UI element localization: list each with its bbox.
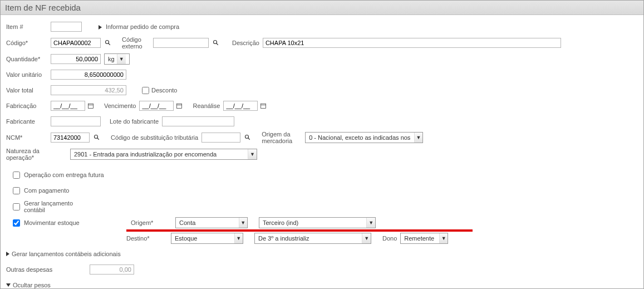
label-destino: Destino* [126,235,171,242]
label-codigo-externo: Código externo [122,36,150,50]
codigo-input[interactable] [51,38,101,48]
chevron-down-icon: ▼ [117,54,126,64]
unidade-value: kg [108,56,115,62]
gerar-lancamento-checkbox[interactable] [13,203,20,210]
label-ncm: NCM* [6,134,51,141]
label-gerar-lanc-adic: Gerar lançamentos contábeis adicionais [12,251,121,257]
natureza-operacao-value: 2901 - Entrada para industrialização por… [74,151,245,158]
origem2-value: Terceiro (ind) [263,219,364,226]
svg-line-1 [109,43,110,45]
label-com-pagamento: Com pagamento [24,187,69,194]
informar-pedido-label: Informar pedido de compra [106,23,179,30]
destino2-value: De 3º a industrializ [258,235,360,242]
chevron-down-icon: ▼ [248,149,257,159]
label-descricao: Descrição [232,40,259,46]
fabricacao-input[interactable] [51,101,85,111]
label-fabricacao: Fabricação [6,102,51,109]
label-lote-fabricante: Lote do fabricante [110,118,159,125]
chevron-down-icon: ▼ [414,133,423,143]
label-fabricante: Fabricante [6,118,51,125]
svg-line-13 [248,138,250,140]
search-codigo-icon[interactable] [103,38,113,48]
label-entrega-futura: Operação com entrega futura [24,172,104,178]
dono-select[interactable]: Remetente ▼ [400,233,448,244]
chevron-down-icon: ▼ [234,233,243,243]
svg-point-10 [95,135,98,139]
chevron-right-icon [99,25,102,30]
label-vencimento: Vencimento [104,102,136,109]
dono-value: Remetente [404,235,437,242]
movimentar-estoque-checkbox[interactable] [13,219,20,227]
svg-rect-4 [89,104,94,108]
valor-unitario-input[interactable] [51,70,126,80]
label-item: Item # [6,23,51,30]
origem-mercadoria-value: 0 - Nacional, exceto as indicadas nos [309,134,411,141]
calendar-vencimento-icon[interactable] [175,101,184,110]
origem1-value: Conta [179,219,237,226]
search-cod-subst-icon[interactable] [243,133,253,143]
label-natureza-operacao: Natureza da operação* [6,148,51,161]
chevron-down-icon: ▼ [362,233,371,243]
svg-rect-6 [177,104,182,108]
descricao-input[interactable] [263,38,561,48]
label-quantidade: Quantidade* [6,56,51,62]
ncm-input[interactable] [51,133,90,143]
label-codigo: Código* [6,40,51,46]
label-reanalise: Reanálise [193,102,220,109]
unidade-select[interactable]: kg ▼ [104,53,130,65]
reanalise-input[interactable] [223,101,258,111]
item-input[interactable] [51,22,82,32]
svg-point-2 [214,41,217,44]
label-origem-mercadoria: Origem da mercadoria [262,131,302,144]
chevron-down-icon [6,283,11,287]
valor-total-input [51,85,126,95]
label-dono: Dono [382,235,397,242]
origem-select-1[interactable]: Conta ▼ [175,217,248,228]
lote-fabricante-input[interactable] [162,116,234,126]
cod-subst-trib-input[interactable] [201,133,240,143]
calendar-reanalise-icon[interactable] [259,101,268,110]
label-ocultar-pesos: Ocultar pesos [13,282,51,288]
outras-despesas-input [90,264,134,275]
destino1-value: Estoque [175,235,232,242]
destino-select-2[interactable]: De 3º a industrializ ▼ [254,233,371,244]
svg-rect-8 [261,104,266,108]
dialog-title: Item de NF recebida [1,1,643,15]
informar-pedido-link[interactable]: Informar pedido de compra [99,23,179,30]
codigo-externo-input[interactable] [153,38,209,48]
svg-line-3 [217,43,218,45]
svg-line-11 [97,138,99,140]
entrega-futura-checkbox[interactable] [13,172,20,179]
chevron-down-icon: ▼ [439,233,448,243]
chevron-right-icon [6,252,9,256]
search-codigo-externo-icon[interactable] [211,38,221,48]
dialog: Item de NF recebida Item # Informar pedi… [0,0,644,289]
vencimento-input[interactable] [139,101,174,111]
svg-point-0 [106,41,109,44]
origem-select-2[interactable]: Terceiro (ind) ▼ [259,217,376,228]
dialog-body: Item # Informar pedido de compra Código*… [1,15,643,289]
label-valor-total: Valor total [6,87,51,94]
label-cod-subst-trib: Código de substituição tributária [111,134,198,141]
label-outras-despesas: Outras despesas [6,266,90,273]
natureza-operacao-select[interactable]: 2901 - Entrada para industrialização por… [70,149,257,160]
highlight-line [126,229,473,232]
label-valor-unitario: Valor unitário [6,71,51,78]
svg-point-12 [245,135,249,139]
chevron-down-icon: ▼ [366,218,375,228]
label-desconto: Desconto [151,87,177,94]
fabricante-input[interactable] [51,116,101,126]
destino-select-1[interactable]: Estoque ▼ [171,233,243,244]
gerar-lanc-adic-link[interactable]: Gerar lançamentos contábeis adicionais [6,248,638,260]
search-ncm-icon[interactable] [92,133,102,143]
label-origem: Origem* [131,219,175,226]
ocultar-pesos-link[interactable]: Ocultar pesos [6,279,638,289]
com-pagamento-checkbox[interactable] [13,187,20,194]
label-gerar-lancamento: Gerar lançamento contábil [24,200,80,213]
calendar-fabricacao-icon[interactable] [86,101,95,110]
origem-mercadoria-select[interactable]: 0 - Nacional, exceto as indicadas nos ▼ [305,132,423,143]
desconto-checkbox[interactable] [142,87,149,94]
quantidade-input[interactable] [51,54,101,64]
chevron-down-icon: ▼ [239,218,248,228]
label-movimentar-estoque: Movimentar estoque [24,219,131,226]
